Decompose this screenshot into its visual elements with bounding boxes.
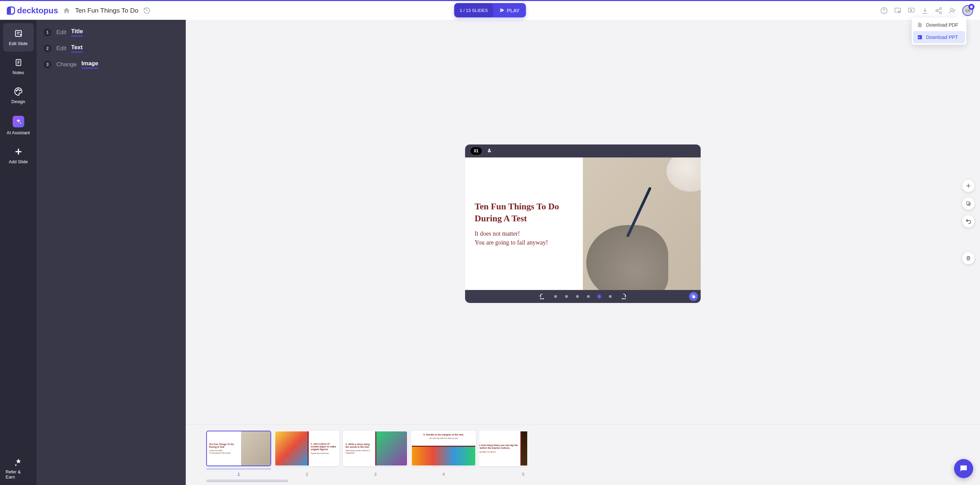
- layout-option[interactable]: [554, 295, 557, 298]
- edit-target-label: Text: [71, 44, 83, 52]
- user-avatar[interactable]: SA: [962, 5, 973, 16]
- svg-point-21: [622, 299, 623, 299]
- download-ppt-item[interactable]: P Download PPT: [913, 31, 965, 43]
- svg-rect-3: [895, 8, 901, 12]
- edit-row-image[interactable]: 3 Change Image: [43, 60, 179, 68]
- edit-action-label: Edit: [56, 29, 66, 36]
- duplicate-slide-button[interactable]: [962, 197, 975, 210]
- thumbnail-item[interactable]: 3. Doodle in the margins of the test. Le…: [411, 431, 476, 477]
- logo-icon: [7, 6, 15, 15]
- layout-option[interactable]: [587, 295, 590, 298]
- thumb-title: 3. Doodle in the margins of the test.: [415, 433, 473, 436]
- undo-button[interactable]: [962, 215, 975, 227]
- chat-widget-button[interactable]: [954, 459, 973, 478]
- thumb-number: 5: [522, 472, 525, 477]
- thumb-number: 3: [374, 472, 376, 477]
- ai-assistant-icon: [13, 116, 24, 127]
- add-user-icon[interactable]: [948, 7, 956, 14]
- avatar-badge-icon: [968, 4, 975, 10]
- sidebar-design[interactable]: Design: [3, 81, 34, 110]
- design-icon: [14, 87, 23, 96]
- play-button[interactable]: PLAY: [493, 8, 526, 13]
- layout-option[interactable]: [565, 295, 568, 298]
- edit-row-number: 2: [43, 45, 52, 52]
- thumbnail-strip: Ten Fun Things To Do During A Test It do…: [186, 424, 980, 485]
- thumb-subtitle: It does not matter! You are going to fai…: [209, 450, 239, 454]
- svg-point-4: [898, 11, 900, 12]
- history-icon[interactable]: [143, 7, 151, 14]
- ppt-file-icon: P: [917, 35, 923, 40]
- slide-text-area: Ten Fun Things To Do During A Test It do…: [465, 157, 583, 290]
- sidebar-add-slide[interactable]: Add Slide: [3, 142, 34, 170]
- add-slide-icon: [14, 147, 23, 156]
- brand-name: decktopus: [17, 6, 58, 15]
- device-settings-icon[interactable]: [894, 7, 902, 14]
- svg-point-15: [16, 91, 17, 92]
- thumb-number: 1: [237, 472, 240, 477]
- thumb-subtitle: A great way to kill some: [311, 452, 337, 455]
- download-icon[interactable]: [921, 7, 929, 14]
- svg-point-16: [18, 89, 18, 90]
- share-icon[interactable]: [935, 7, 942, 14]
- layout-selector: [465, 290, 701, 303]
- microphone-icon[interactable]: [487, 148, 492, 154]
- svg-point-7: [936, 10, 938, 12]
- play-icon: [500, 8, 505, 13]
- thumb-title: 1. Use a piece of scratch paper to make …: [311, 443, 337, 451]
- sidebar-item-label: Add Slide: [9, 159, 28, 164]
- notes-icon: [14, 58, 23, 67]
- home-icon[interactable]: [63, 7, 70, 14]
- layout-option[interactable]: [609, 295, 612, 298]
- thumbnail-item[interactable]: Ten Fun Things To Do During A Test It do…: [206, 431, 271, 477]
- svg-rect-26: [967, 202, 970, 205]
- svg-point-18: [540, 299, 541, 299]
- sidebar-refer-earn[interactable]: Refer & Earn: [3, 452, 34, 485]
- document-title[interactable]: Ten Fun Things To Do: [75, 7, 138, 14]
- delete-slide-button[interactable]: [962, 252, 975, 264]
- thumbnail-item[interactable]: 2. Write a story using the words in the …: [343, 431, 408, 477]
- slide-image[interactable]: [583, 157, 701, 290]
- play-control: 1 / 13 SLIDES PLAY: [454, 3, 526, 17]
- svg-point-6: [940, 7, 942, 9]
- slide-counter[interactable]: 1 / 13 SLIDES: [454, 3, 493, 17]
- slide-number-badge: 01: [471, 147, 482, 155]
- download-pdf-item[interactable]: Download PDF: [913, 19, 965, 31]
- sidebar-edit-slide[interactable]: Edit Slide: [3, 23, 34, 52]
- canvas-area: 01 Ten Fun Things To Do During A Test It…: [186, 20, 980, 485]
- slide-subtitle[interactable]: It does not matter! You are going to fai…: [475, 229, 573, 247]
- slide-content[interactable]: Ten Fun Things To Do During A Test It do…: [465, 157, 701, 290]
- brand-logo[interactable]: decktopus: [7, 6, 58, 15]
- copy-slide-button[interactable]: [689, 292, 698, 301]
- layout-next-icon[interactable]: [620, 293, 627, 300]
- edit-row-title[interactable]: 1 Edit Title: [43, 28, 179, 37]
- presentation-icon[interactable]: [908, 7, 915, 14]
- edit-panel: 1 Edit Title 2 Edit Text 3 Change Image: [37, 20, 186, 485]
- thumbnail-item[interactable]: 1. Use a piece of scratch paper to make …: [275, 431, 339, 477]
- chat-icon: [959, 464, 968, 473]
- svg-rect-10: [970, 5, 973, 8]
- layout-option-active[interactable]: [598, 295, 601, 298]
- thumb-title: Ten Fun Things To Do During A Test: [209, 443, 239, 449]
- left-sidebar: Edit Slide Notes Design AI Assistant: [0, 20, 37, 485]
- edit-row-number: 1: [43, 29, 52, 37]
- thumb-subtitle: Let's see how well of an artist you are!: [415, 437, 473, 440]
- svg-point-9: [951, 8, 953, 10]
- sidebar-item-label: Notes: [13, 70, 24, 75]
- edit-row-text[interactable]: 2 Edit Text: [43, 44, 179, 52]
- thumbnail-scrollbar[interactable]: [206, 480, 288, 482]
- help-icon[interactable]: [880, 7, 888, 14]
- slide-title[interactable]: Ten Fun Things To Do During A Test: [475, 200, 573, 224]
- thumbnail-item[interactable]: 4. See how many times you can tap the de…: [479, 431, 527, 477]
- thumb-title: 2. Write a story using the words in the …: [345, 443, 373, 449]
- sidebar-ai-assistant[interactable]: AI Assistant: [3, 110, 34, 141]
- sidebar-notes[interactable]: Notes: [3, 52, 34, 81]
- thumb-number: 2: [305, 472, 308, 477]
- svg-text:P: P: [918, 37, 920, 38]
- layout-prev-icon[interactable]: [539, 293, 546, 300]
- layout-option[interactable]: [576, 295, 579, 298]
- add-element-button[interactable]: [962, 180, 975, 192]
- header-actions: SA: [880, 5, 973, 16]
- thumb-subtitle: It's not advisable, but still fun!: [479, 451, 518, 453]
- thumb-subtitle: Spice things up with a little bit of ima…: [345, 450, 373, 454]
- thumb-number: 4: [442, 472, 445, 477]
